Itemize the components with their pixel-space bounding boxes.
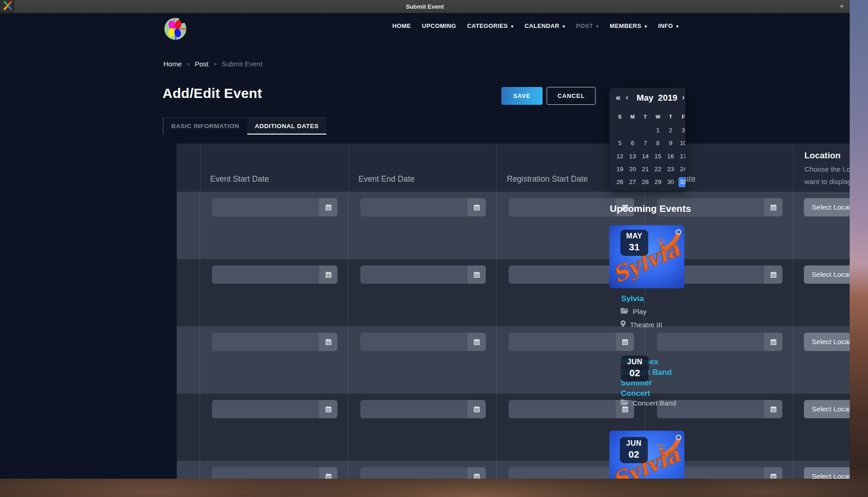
calendar-picker-button[interactable]	[764, 198, 782, 216]
datepicker-day[interactable]: 9	[669, 140, 673, 146]
column-divider	[793, 326, 793, 394]
calendar-icon	[325, 339, 332, 346]
nav-item-members[interactable]: MEMBERS▾	[610, 22, 647, 29]
event-start-date-input[interactable]	[212, 198, 319, 216]
event-day: 02	[620, 449, 648, 460]
column-divider	[496, 192, 497, 259]
event-title-link[interactable]: Sylvia	[621, 294, 644, 303]
registration-start-date-input[interactable]	[509, 400, 616, 418]
event-start-date-input[interactable]	[212, 265, 319, 284]
event-start-date-input[interactable]	[212, 467, 319, 479]
datepicker-next-button[interactable]: ›	[682, 93, 684, 102]
datepicker-day[interactable]: 10	[680, 140, 685, 146]
datepicker-day[interactable]: 1	[656, 127, 660, 134]
tab-additional-dates[interactable]: ADDITIONAL DATES	[247, 118, 327, 135]
calendar-picker-button[interactable]	[319, 467, 337, 479]
event-end-date-input[interactable]	[360, 467, 467, 479]
calendar-picker-button[interactable]	[467, 400, 486, 418]
datepicker-day[interactable]: 13	[629, 153, 636, 160]
select-location-button[interactable]: Select Location	[804, 198, 850, 216]
event-start-date-input[interactable]	[212, 400, 319, 418]
calendar-picker-button[interactable]	[764, 467, 782, 479]
nav-item-calendar[interactable]: CALENDAR▾	[525, 22, 565, 29]
calendar-icon	[770, 473, 777, 479]
datepicker-day[interactable]: 20	[629, 166, 636, 173]
datepicker-day[interactable]: 17	[680, 153, 685, 160]
registration-start-date-input[interactable]	[509, 467, 616, 479]
datepicker-month-year: May2019	[609, 93, 685, 103]
breadcrumb-separator: >	[187, 61, 190, 67]
datepicker-day[interactable]: 26	[616, 178, 623, 185]
calendar-icon	[325, 271, 332, 278]
calendar-picker-button[interactable]	[764, 333, 782, 351]
nav-item-post[interactable]: POST▾	[576, 22, 598, 29]
calendar-picker-button[interactable]	[467, 265, 486, 284]
datepicker-day[interactable]: 23	[667, 166, 674, 173]
site-logo[interactable]	[163, 17, 187, 42]
nav-item-upcoming[interactable]: UPCOMING	[422, 22, 456, 29]
calendar-picker-button[interactable]	[319, 198, 337, 216]
breadcrumb-item-home[interactable]: Home	[163, 60, 182, 68]
table-row: Select Location	[177, 326, 850, 394]
datepicker-day[interactable]: 22	[655, 166, 662, 173]
datepicker-day[interactable]: 30	[667, 178, 674, 185]
select-location-button[interactable]: Select Location	[804, 467, 850, 479]
event-end-date-input[interactable]	[360, 400, 467, 418]
select-location-button[interactable]: Select Location	[804, 400, 850, 418]
datepicker-day[interactable]: 7	[644, 140, 647, 146]
datepicker-day[interactable]: 21	[642, 166, 649, 173]
cancel-button[interactable]: CANCEL	[547, 87, 596, 105]
datepicker-day[interactable]: 14	[642, 153, 649, 160]
save-button[interactable]: SAVE	[501, 87, 542, 105]
datepicker-day[interactable]: 24	[680, 166, 685, 173]
datepicker-day[interactable]: 16	[667, 153, 674, 160]
breadcrumb-item-post[interactable]: Post	[195, 60, 208, 68]
calendar-picker-button[interactable]	[319, 265, 337, 284]
chevron-down-icon: ▾	[596, 24, 598, 29]
datepicker-day-selected[interactable]: 31	[678, 177, 686, 187]
registration-start-date-input[interactable]	[509, 198, 616, 216]
calendar-picker-button[interactable]	[467, 467, 486, 479]
calendar-icon	[622, 339, 629, 346]
datepicker-day[interactable]: 2	[669, 127, 673, 134]
datepicker-day[interactable]: 29	[655, 178, 662, 185]
nav-item-categories[interactable]: CATEGORIES▾	[467, 22, 513, 29]
select-location-button[interactable]: Select Location	[804, 333, 850, 351]
calendar-picker-button[interactable]	[467, 333, 486, 351]
calendar-picker-button[interactable]	[319, 400, 337, 418]
column-divider	[793, 259, 793, 326]
event-end-date-input[interactable]	[360, 198, 467, 216]
new-tab-button[interactable]: +	[839, 0, 844, 13]
browser-tab-title: Submit Event	[0, 0, 850, 13]
datepicker-day[interactable]: 19	[616, 166, 623, 173]
calendar-picker-button[interactable]	[764, 265, 782, 284]
event-end-date-input[interactable]	[360, 333, 467, 351]
event-end-date-input[interactable]	[360, 265, 467, 284]
calendar-picker-button[interactable]	[764, 400, 782, 418]
datepicker-day[interactable]: 12	[616, 153, 623, 160]
page-title: Add/Edit Event	[163, 86, 262, 101]
calendar-picker-button[interactable]	[616, 333, 634, 351]
nav-item-info[interactable]: INFO▾	[658, 22, 678, 29]
registration-end-date-input[interactable]	[657, 333, 764, 351]
datepicker-day[interactable]: 6	[631, 140, 635, 146]
map-pin-icon	[620, 320, 626, 329]
registration-start-date-input[interactable]	[509, 265, 616, 284]
event-month: JUN	[621, 358, 649, 366]
event-day: 31	[620, 242, 648, 253]
column-divider	[496, 461, 497, 479]
datepicker-day[interactable]: 15	[655, 153, 662, 160]
datepicker-day[interactable]: 27	[629, 178, 636, 185]
event-start-date-input[interactable]	[212, 333, 319, 351]
calendar-picker-button[interactable]	[319, 333, 337, 351]
column-divider	[200, 326, 200, 394]
select-location-button[interactable]: Select Location	[804, 265, 850, 284]
nav-item-home[interactable]: HOME	[392, 22, 411, 29]
datepicker-day[interactable]: 28	[642, 178, 649, 185]
registration-start-date-input[interactable]	[509, 333, 616, 351]
datepicker-day[interactable]: 5	[618, 140, 622, 146]
datepicker-day[interactable]: 8	[656, 140, 660, 146]
datepicker-day[interactable]: 3	[682, 127, 685, 134]
tab-basic-information[interactable]: BASIC INFORMATION	[163, 118, 247, 135]
calendar-picker-button[interactable]	[467, 198, 486, 216]
